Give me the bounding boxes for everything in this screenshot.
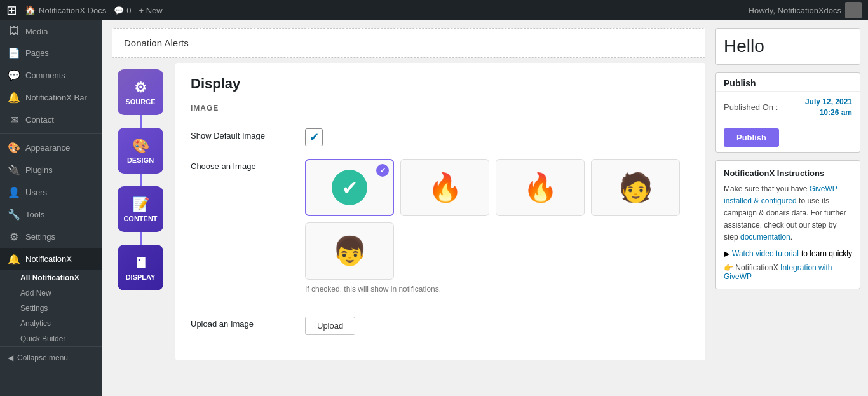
watch-video-link[interactable]: Watch video tutorial (732, 249, 799, 258)
submenu-add-new[interactable]: Add New (0, 285, 102, 301)
howdy-menu[interactable]: Howdy, NotificationXdocs (749, 2, 862, 18)
sidebar-item-tools[interactable]: 🔧 Tools (0, 203, 102, 226)
pointing-icon: 👉 (724, 263, 735, 272)
comments-icon: 💬 (114, 6, 124, 15)
image-option-fire2[interactable]: 🔥 (496, 159, 585, 216)
show-default-image-row: Show Default Image ✔ (191, 128, 690, 146)
green-check-circle: ✔ (332, 170, 367, 205)
sidebar-item-settings[interactable]: ⚙ Settings (0, 226, 102, 248)
choose-image-label: Choose an Image (191, 159, 292, 171)
sidebar-item-pages[interactable]: 📄 Pages (0, 42, 102, 64)
sidebar-item-notificationx[interactable]: 🔔 NotificationX (0, 248, 102, 270)
media-icon: 🖼 (8, 25, 20, 37)
sidebar-item-appearance[interactable]: 🎨 Appearance (0, 137, 102, 159)
published-on-label: Published On : (724, 102, 778, 112)
sidebar-item-contact[interactable]: ✉ Contact (0, 109, 102, 131)
pages-icon: 📄 (8, 47, 20, 59)
steps-sidebar: ⚙ SOURCE 🎨 DESIGN 📝 CONTENT (112, 63, 169, 360)
instructions-text: Make sure that you have GiveWP installed… (724, 183, 852, 244)
wp-logo-icon[interactable]: ⊞ (6, 3, 17, 18)
center-panel: Donation Alerts ⚙ SOURCE 🎨 DESIGN (102, 20, 715, 396)
step-source[interactable]: ⚙ SOURCE (118, 69, 163, 115)
image-option-person2[interactable]: 👦 (305, 222, 394, 280)
sidebar-item-notificationx-bar[interactable]: 🔔 NotificationX Bar (0, 86, 102, 109)
notificationx-icon: 🔔 (8, 253, 20, 265)
content-step-icon: 📝 (132, 196, 149, 213)
notificationx-bar-icon: 🔔 (8, 92, 20, 104)
display-step-icon: 🖥 (133, 255, 147, 271)
site-name[interactable]: 🏠 NotificationX Docs (25, 5, 106, 15)
step-content[interactable]: 📝 CONTENT (118, 186, 163, 232)
publish-row: Published On : July 12, 2021 10:26 am (716, 92, 860, 123)
hello-metabox: Hello (715, 28, 860, 65)
collapse-icon: ◀ (8, 353, 13, 362)
step-connector-1 (140, 115, 142, 128)
helper-text: If checked, this will show in notificati… (305, 285, 690, 294)
instructions-body: NotificationX Instructions Make sure tha… (716, 161, 860, 289)
source-step-icon: ⚙ (134, 79, 147, 96)
watch-video-row: ▶ Watch video tutorial to learn quickly (724, 249, 852, 258)
sidebar-item-comments[interactable]: 💬 Comments (0, 64, 102, 86)
video-icon: ▶ (724, 249, 729, 258)
publish-date-value: July 12, 2021 10:26 am (805, 97, 852, 118)
fire1-icon: 🔥 (428, 171, 463, 204)
admin-sidebar: 🖼 Media 📄 Pages 💬 Comments 🔔 Notificatio… (0, 20, 102, 396)
submenu-quick-builder[interactable]: Quick Builder (0, 331, 102, 346)
hello-text: Hello (716, 29, 860, 64)
step-connector-2 (140, 174, 142, 186)
appearance-icon: 🎨 (8, 142, 20, 154)
upload-image-label: Upload an Image (191, 317, 292, 329)
settings-icon: ⚙ (8, 231, 20, 243)
docs-link[interactable]: documentation (740, 233, 790, 242)
users-icon: 👤 (8, 186, 20, 198)
show-default-image-value: ✔ (305, 128, 690, 146)
submenu-settings[interactable]: Settings (0, 301, 102, 316)
choose-image-value: ✔ ✔ 🔥 🔥 (305, 159, 690, 304)
upload-button[interactable]: Upload (305, 317, 355, 335)
submenu-analytics[interactable]: Analytics (0, 316, 102, 331)
donation-alerts-bar: Donation Alerts (112, 28, 705, 58)
section-image-label: IMAGE (191, 104, 690, 118)
upload-image-row: Upload an Image Upload (191, 317, 690, 335)
publish-button[interactable]: Publish (724, 128, 779, 147)
instructions-metabox: NotificationX Instructions Make sure tha… (715, 160, 860, 289)
fire2-icon: 🔥 (523, 171, 558, 204)
choose-image-row: Choose an Image ✔ ✔ 🔥 (191, 159, 690, 304)
show-default-image-checkbox[interactable]: ✔ (305, 128, 323, 146)
sidebar-item-users[interactable]: 👤 Users (0, 181, 102, 203)
contact-icon: ✉ (8, 114, 20, 126)
image-option-checkmark[interactable]: ✔ ✔ (305, 159, 394, 216)
menu-separator-1 (0, 133, 102, 134)
selected-badge-checkmark: ✔ (376, 164, 389, 177)
image-grid: ✔ ✔ 🔥 🔥 (305, 159, 690, 280)
publish-section-label: Publish (716, 73, 860, 92)
step-display[interactable]: 🖥 DISPLAY (118, 245, 163, 290)
comments-menu[interactable]: 💬 0 (114, 6, 131, 15)
image-option-person1[interactable]: 🧑 (591, 159, 680, 216)
integration-text: 👉 NotificationX Integration with GiveWP (724, 263, 852, 281)
person1-icon: 🧑 (618, 171, 653, 204)
display-panel: Display IMAGE Show Default Image ✔ Choos… (175, 63, 705, 360)
person2-icon: 👦 (332, 235, 367, 268)
publish-time: 10:26 am (805, 107, 852, 118)
home-icon: 🏠 (25, 5, 36, 15)
admin-bar: ⊞ 🏠 NotificationX Docs 💬 0 + New Howdy, … (0, 0, 868, 20)
design-step-icon: 🎨 (132, 138, 149, 154)
image-option-fire1[interactable]: 🔥 (400, 159, 489, 216)
right-sidebar: Hello Publish Published On : July 12, 20… (715, 20, 868, 396)
sidebar-item-media[interactable]: 🖼 Media (0, 20, 102, 42)
show-default-image-label: Show Default Image (191, 128, 292, 140)
step-design[interactable]: 🎨 DESIGN (118, 128, 163, 174)
sidebar-item-plugins[interactable]: 🔌 Plugins (0, 159, 102, 181)
new-item-menu[interactable]: + New (139, 6, 162, 15)
instructions-title: NotificationX Instructions (724, 168, 852, 178)
main-content: Donation Alerts ⚙ SOURCE 🎨 DESIGN (102, 20, 868, 396)
publish-date: July 12, 2021 (805, 97, 852, 107)
plugins-icon: 🔌 (8, 164, 20, 176)
steps-and-content: ⚙ SOURCE 🎨 DESIGN 📝 CONTENT (112, 63, 705, 360)
display-title: Display (191, 76, 690, 92)
avatar (845, 2, 862, 18)
step-connector-3 (140, 232, 142, 245)
submenu-all-notificationx[interactable]: All NotificationX (0, 270, 102, 285)
collapse-menu-button[interactable]: ◀ Collapse menu (0, 346, 102, 369)
